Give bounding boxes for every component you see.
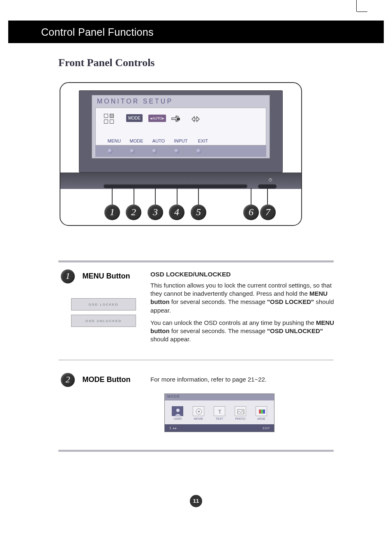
osd-label-mode: MODE: [125, 138, 148, 143]
header-title: Control Panel Functions: [8, 21, 384, 38]
section2-title: MODE Button: [82, 373, 130, 384]
button-dot-bar: [95, 145, 266, 157]
osd-labels: MENU MODE AUTO INPUT EXIT: [96, 138, 266, 143]
section2-body: For more information, refer to page 21~2…: [150, 375, 335, 384]
page-number: 11: [190, 495, 202, 507]
callout-5: 5: [191, 205, 206, 220]
section1-para1: This function allows you to lock the cur…: [150, 281, 335, 315]
svg-text:T: T: [218, 409, 221, 415]
mode-popup-body: USER MOVIE TTEXT PHOTO sRGB: [165, 400, 274, 424]
button-slot: [104, 184, 247, 188]
callout-3: 3: [148, 205, 163, 220]
power-area: [256, 179, 277, 190]
header-bar: Control Panel Functions: [8, 21, 384, 43]
svg-rect-0: [177, 118, 180, 120]
svg-point-5: [198, 411, 200, 412]
section-menu-button: 1 MENU Button OSD LOCKED OSD UNLOCKED OS…: [61, 269, 335, 283]
section-mode-button: 2 MODE Button For more information, refe…: [61, 373, 335, 387]
dot-3: [152, 149, 157, 154]
mode-popup-title: MODE: [165, 394, 274, 400]
osd-label-auto: AUTO: [148, 138, 170, 143]
auto-icon: ◂AUTO▸: [148, 114, 161, 124]
svg-rect-8: [259, 409, 261, 414]
divider-2: [58, 360, 334, 360]
divider-1: [58, 260, 334, 262]
mode-item-photo: PHOTO: [232, 406, 249, 420]
mode-popup: MODE USER MOVIE TTEXT PHOTO sRGB ↥ ◂ ▸ E…: [164, 393, 274, 432]
monitor-face: MONITOR SETUP MODE ◂AUTO▸: [79, 90, 283, 173]
page-subtitle: Front Panel Controls: [58, 57, 154, 69]
osd-label-input: INPUT: [170, 138, 192, 143]
menu-icon: [104, 114, 116, 124]
svg-point-3: [176, 409, 180, 412]
section1-title: MENU Button: [82, 269, 130, 281]
power-icon: [268, 178, 272, 182]
mode-popup-footer: ↥ ◂ ▸ EXIT: [165, 424, 274, 432]
svg-rect-10: [263, 409, 265, 414]
mode-nav-icons: ↥ ◂ ▸: [169, 426, 177, 430]
mode-item-movie: MOVIE: [190, 406, 207, 420]
dot-1: [108, 149, 113, 154]
osd-label-menu: MENU: [103, 138, 125, 143]
svg-rect-9: [261, 409, 263, 414]
mode-item-srgb: sRGB: [253, 406, 270, 420]
mode-item-user: USER: [169, 406, 186, 420]
osd-locked-box: OSD LOCKED: [71, 298, 136, 311]
mode-exit-label: EXIT: [263, 426, 270, 430]
section1-para2: You can unlock the OSD controls at any t…: [150, 319, 335, 344]
callout-4: 4: [169, 205, 184, 220]
callout-1: 1: [104, 205, 120, 220]
input-icon: [171, 115, 181, 124]
badge-1: 1: [61, 269, 75, 283]
mode-item-text: TTEXT: [211, 406, 228, 420]
dot-5: [196, 149, 201, 154]
dot-4: [174, 149, 179, 154]
section1-body: OSD LOCKED/UNLOCKED This function allows…: [150, 270, 335, 348]
osd-unlocked-box: OSD UNLOCKED: [71, 315, 136, 327]
mode-icon: MODE: [126, 114, 138, 124]
divider-3: [58, 450, 334, 452]
osd-label-exit: EXIT: [192, 138, 214, 143]
callout-6: 6: [243, 205, 259, 220]
osd-inner: MODE ◂AUTO▸ MENU MODE AUTO: [95, 108, 266, 145]
callout-7: 7: [260, 205, 276, 220]
callout-2: 2: [126, 205, 141, 220]
osd-panel: MONITOR SETUP MODE ◂AUTO▸: [92, 95, 270, 159]
front-panel-diagram: MONITOR SETUP MODE ◂AUTO▸: [60, 82, 302, 226]
badge-2: 2: [61, 373, 75, 387]
exit-icon: [191, 115, 202, 124]
dot-2: [130, 149, 135, 154]
section1-heading: OSD LOCKED/UNLOCKED: [150, 270, 335, 279]
osd-title: MONITOR SETUP: [92, 95, 270, 108]
